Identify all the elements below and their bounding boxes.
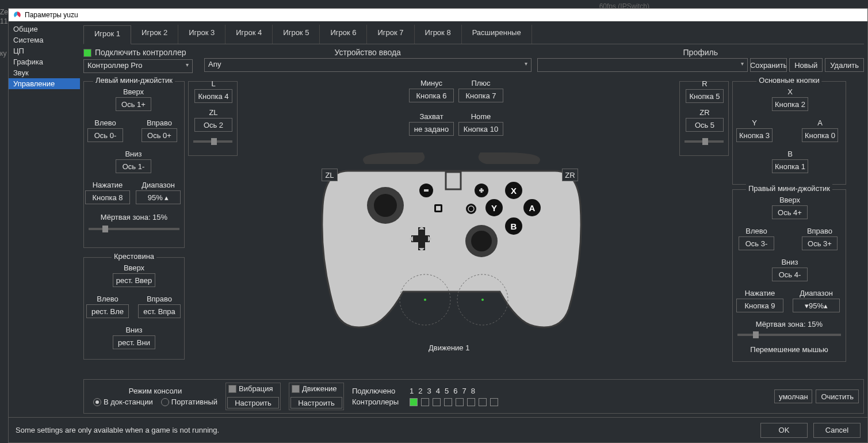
ok-button[interactable]: OK bbox=[760, 423, 808, 438]
player-tab[interactable]: Игрок 1 bbox=[83, 25, 131, 44]
sidebar-item[interactable]: Звук bbox=[9, 67, 80, 78]
player-number: 4 bbox=[436, 387, 440, 395]
rstick-range-spin[interactable]: ▾ 95% ▴ bbox=[793, 299, 840, 312]
player-tab[interactable]: Расширенные bbox=[462, 25, 532, 44]
tabstrip: Игрок 1Игрок 2Игрок 3Игрок 4Игрок 5Игрок… bbox=[83, 25, 864, 44]
player-tab[interactable]: Игрок 4 bbox=[225, 25, 273, 44]
lstick-down-button[interactable]: Ось 1- bbox=[116, 159, 151, 173]
sidebar-item[interactable]: Управление bbox=[9, 78, 80, 89]
controller-status-box[interactable] bbox=[410, 398, 418, 406]
player-tab[interactable]: Игрок 6 bbox=[320, 25, 367, 44]
y-button[interactable]: Кнопка 3 bbox=[736, 128, 773, 142]
lstick-range-spin[interactable]: 95% ▴ bbox=[136, 190, 181, 204]
settings-window: Параметры yuzu ОбщиеСистемаЦПГрафикаЗвук… bbox=[8, 8, 868, 443]
x-button[interactable]: Кнопка 2 bbox=[772, 97, 808, 111]
controller-status-box[interactable] bbox=[444, 398, 452, 406]
lstick-press-button[interactable]: Кнопка 8 bbox=[85, 190, 130, 204]
controller-status-box[interactable] bbox=[479, 398, 487, 406]
player-tab[interactable]: Игрок 2 bbox=[131, 25, 178, 44]
player-tab[interactable]: Игрок 5 bbox=[273, 25, 320, 44]
r-button[interactable]: Кнопка 5 bbox=[686, 89, 724, 103]
svg-point-1 bbox=[374, 194, 397, 217]
zr-slider[interactable] bbox=[685, 138, 724, 143]
lstick-right-button[interactable]: Ось 0+ bbox=[142, 128, 177, 142]
dpad-right-button[interactable]: ест. Впра bbox=[138, 304, 181, 318]
controller-status-box[interactable] bbox=[433, 398, 441, 406]
lstick-deadzone-slider[interactable] bbox=[89, 226, 179, 230]
zr-button[interactable]: Ось 5 bbox=[686, 118, 724, 132]
motion-config-button[interactable]: Настроить bbox=[290, 397, 342, 408]
profile-delete-button[interactable]: Удалить bbox=[825, 58, 864, 72]
rstick-deadzone-slider[interactable] bbox=[737, 331, 841, 336]
sidebar-item[interactable]: ЦП bbox=[9, 45, 80, 56]
zl-slider[interactable] bbox=[193, 138, 232, 143]
controller-type-combo[interactable]: Контроллер Pro bbox=[83, 59, 193, 73]
rstick-left-button[interactable]: Ось 3- bbox=[739, 236, 774, 250]
connected-label: Подключено bbox=[352, 387, 405, 395]
controller-status-box[interactable] bbox=[490, 398, 498, 406]
dpad-down-button[interactable]: рест. Вни bbox=[113, 335, 155, 349]
defaults-button[interactable]: умолчан bbox=[774, 389, 812, 403]
minus-button[interactable]: Кнопка 6 bbox=[409, 89, 454, 102]
svg-text:A: A bbox=[529, 203, 536, 213]
player-number: 2 bbox=[418, 387, 422, 395]
zl-tag: ZL bbox=[322, 169, 338, 181]
console-mode-label: Режим консоли bbox=[129, 387, 182, 395]
vibration-checkbox[interactable] bbox=[228, 385, 236, 393]
titlebar[interactable]: Параметры yuzu bbox=[9, 9, 867, 21]
controller-status-box[interactable] bbox=[421, 398, 429, 406]
cancel-button[interactable]: Cancel bbox=[813, 423, 861, 438]
sidebar-item[interactable]: Общие bbox=[9, 24, 80, 35]
home-button[interactable]: Кнопка 10 bbox=[458, 122, 503, 136]
docked-radio[interactable]: В док-станции bbox=[93, 398, 153, 406]
dpad-left-button[interactable]: рест. Вле bbox=[86, 304, 129, 318]
r-zr-group: RКнопка 5 ZRОсь 5 bbox=[679, 81, 729, 156]
player-number: 5 bbox=[445, 387, 449, 395]
profile-new-button[interactable]: Новый bbox=[789, 58, 823, 72]
l-zl-group: LКнопка 4 ZLОсь 2 bbox=[188, 81, 238, 156]
svg-point-18 bbox=[466, 204, 476, 214]
dpad-up-button[interactable]: рест. Ввер bbox=[113, 273, 155, 287]
player-tab[interactable]: Игрок 3 bbox=[178, 25, 225, 44]
rstick-right-button[interactable]: Ось 3+ bbox=[802, 236, 838, 250]
clear-button[interactable]: Очистить bbox=[816, 389, 859, 403]
input-device-label: Устройство ввода bbox=[204, 48, 531, 57]
zl-button[interactable]: Ось 2 bbox=[194, 118, 232, 132]
svg-text:Y: Y bbox=[491, 203, 497, 213]
mouse-move-label: Перемешение мышью bbox=[737, 345, 841, 354]
mapping-area: Левый мини-джойстик ВверхОсь 1+ ВлевоОсь… bbox=[83, 74, 864, 379]
capture-button[interactable]: не задано bbox=[409, 122, 454, 136]
motion-checkbox[interactable] bbox=[292, 385, 300, 393]
a-button[interactable]: Кнопка 0 bbox=[802, 128, 838, 142]
rstick-up-button[interactable]: Ось 4+ bbox=[772, 205, 808, 219]
lstick-up-button[interactable]: Ось 1+ bbox=[116, 97, 151, 111]
profile-combo[interactable] bbox=[537, 58, 748, 72]
sidebar-item[interactable]: Система bbox=[9, 35, 80, 45]
bg-text: 11 bbox=[0, 17, 7, 25]
vibration-config-button[interactable]: Настроить bbox=[227, 397, 279, 408]
b-button[interactable]: Кнопка 1 bbox=[772, 159, 808, 173]
rstick-press-button[interactable]: Кнопка 9 bbox=[736, 299, 783, 312]
profile-save-button[interactable]: Сохранить bbox=[750, 58, 787, 72]
lstick-deadzone-label: Мёртвая зона: 15% bbox=[89, 213, 179, 222]
controller-status-box[interactable] bbox=[456, 398, 464, 406]
controller-status-box[interactable] bbox=[467, 398, 475, 406]
player-tab[interactable]: Игрок 8 bbox=[415, 25, 462, 44]
svg-point-28 bbox=[424, 299, 426, 301]
lstick-left-button[interactable]: Ось 0- bbox=[87, 128, 123, 142]
bottom-message: Some settings are only available when a … bbox=[16, 426, 219, 434]
input-device-combo[interactable]: Any bbox=[204, 58, 531, 72]
sidebar-item[interactable]: Графика bbox=[9, 56, 80, 67]
rstick-down-button[interactable]: Ось 4- bbox=[772, 268, 808, 281]
svg-point-30 bbox=[481, 299, 484, 301]
player-tab[interactable]: Игрок 7 bbox=[367, 25, 414, 44]
handheld-radio[interactable]: Портативный bbox=[161, 398, 217, 406]
l-button[interactable]: Кнопка 4 bbox=[194, 89, 232, 103]
controller-diagram: ZL ZR X Y A B bbox=[296, 143, 607, 352]
bg-text: Ze bbox=[0, 8, 8, 16]
left-stick-group: Левый мини-джойстик ВверхОсь 1+ ВлевоОсь… bbox=[83, 81, 185, 248]
player-number: 7 bbox=[462, 387, 466, 395]
plus-button[interactable]: Кнопка 7 bbox=[458, 89, 503, 102]
connect-checkbox[interactable] bbox=[83, 49, 91, 57]
center-buttons: МинусКнопка 6 ПлюсКнопка 7 Захватне зада… bbox=[409, 81, 507, 150]
